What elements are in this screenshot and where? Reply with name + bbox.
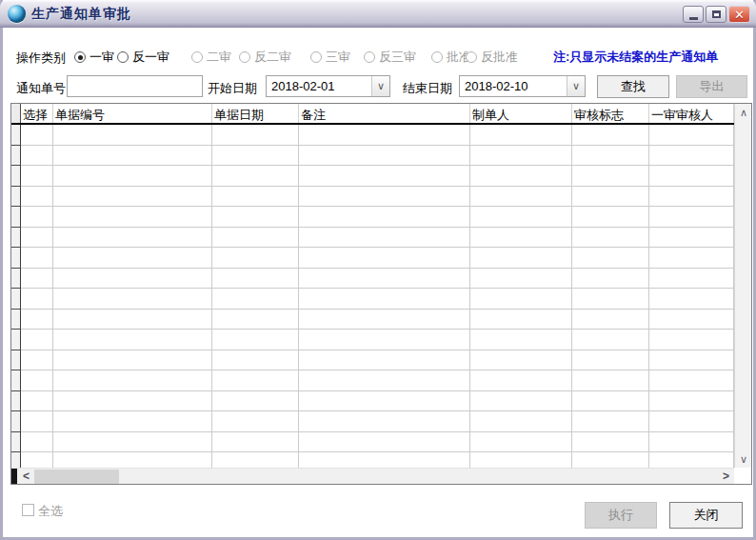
row-header-cell [11, 289, 21, 310]
table-cell [470, 187, 572, 208]
table-body [11, 125, 734, 468]
table-cell [21, 228, 53, 249]
table-row [11, 330, 734, 350]
table-row [11, 269, 734, 290]
table-cell [572, 146, 649, 167]
table-cell [299, 207, 470, 228]
table-cell [299, 228, 470, 249]
vertical-scrollbar[interactable]: ∧ ∨ [734, 104, 751, 468]
table-row [11, 146, 734, 167]
radio-third-audit[interactable]: 三审 [310, 49, 350, 66]
column-header-doc-date[interactable]: 单据日期 [212, 104, 299, 123]
scroll-left-icon[interactable]: < [18, 469, 34, 484]
chevron-down-icon[interactable]: ∨ [371, 76, 389, 96]
table-cell [299, 330, 470, 350]
column-header-creator[interactable]: 制单人 [470, 104, 572, 123]
table-cell [470, 146, 572, 167]
table-cell [649, 207, 734, 228]
radio-anti-approve[interactable]: 反批准 [466, 49, 518, 66]
maximize-button[interactable] [706, 6, 726, 23]
table-cell [21, 269, 53, 290]
column-header-audit-flag[interactable]: 审核标志 [572, 104, 649, 123]
table-cell [470, 330, 572, 350]
horizontal-scroll-thumb[interactable] [34, 470, 119, 484]
column-header-doc-no[interactable]: 单据编号 [53, 104, 212, 123]
table-cell [299, 269, 470, 290]
table-cell [212, 411, 299, 432]
table-cell [212, 187, 299, 208]
table-cell [21, 452, 53, 468]
scroll-up-icon[interactable]: ∧ [735, 104, 752, 121]
row-header-cell [11, 146, 21, 167]
table-cell [649, 452, 734, 468]
notice-no-input[interactable] [67, 75, 203, 97]
table-cell [21, 370, 53, 391]
table-cell [212, 350, 299, 371]
table-cell [299, 248, 470, 269]
row-header-cell [11, 411, 21, 432]
table-cell [470, 269, 572, 290]
radio-second-audit[interactable]: 二审 [191, 49, 231, 66]
radio-anti-second-audit[interactable]: 反二审 [239, 49, 291, 66]
radio-icon [117, 51, 129, 63]
table-row [11, 166, 734, 187]
close-button[interactable]: ✕ [728, 6, 750, 23]
search-button[interactable]: 查找 [597, 75, 669, 98]
app-orb-icon [8, 5, 26, 23]
table-cell [572, 370, 649, 391]
table-cell [53, 166, 212, 187]
column-header-select[interactable]: 选择 [21, 104, 53, 123]
select-all-checkbox[interactable] [22, 504, 34, 516]
radio-first-audit[interactable]: 一审 [74, 49, 114, 66]
column-header-remark[interactable]: 备注 [299, 104, 470, 123]
table-cell [299, 125, 470, 146]
row-header-corner [11, 104, 21, 123]
table-cell [53, 269, 212, 290]
table-row [11, 289, 734, 310]
table-cell [299, 391, 470, 412]
chevron-down-icon[interactable]: ∨ [567, 76, 585, 96]
radio-icon [310, 51, 322, 63]
table-cell [649, 289, 734, 310]
table-cell [299, 166, 470, 187]
row-header-cell [11, 207, 21, 228]
table-cell [299, 146, 470, 167]
execute-button[interactable]: 执行 [585, 502, 657, 529]
scroll-down-icon[interactable]: ∨ [735, 450, 752, 468]
end-date-select[interactable]: 2018-02-10 ∨ [459, 75, 586, 97]
close-icon: ✕ [734, 9, 745, 21]
table-cell [470, 350, 572, 371]
table-cell [470, 125, 572, 146]
row-header-cell [11, 248, 21, 269]
table-cell [212, 289, 299, 310]
radio-anti-third-audit[interactable]: 反三审 [364, 49, 416, 66]
table-cell [572, 187, 649, 208]
table-cell [572, 350, 649, 371]
horizontal-scrollbar[interactable]: < > [11, 468, 734, 484]
close-dialog-button[interactable]: 关闭 [669, 502, 743, 529]
notice-table: 选择 单据编号 单据日期 备注 制单人 审核标志 一审审核人 ∧ ∨ < > [10, 103, 752, 485]
table-cell [470, 411, 572, 432]
table-cell [470, 452, 572, 468]
table-cell [53, 411, 212, 432]
table-cell [21, 248, 53, 269]
export-button[interactable]: 导出 [676, 75, 747, 98]
table-cell [21, 207, 53, 228]
radio-anti-first-audit[interactable]: 反一审 [117, 49, 169, 66]
minimize-button[interactable] [683, 6, 704, 23]
column-header-first-auditor[interactable]: 一审审核人 [649, 104, 734, 123]
table-cell [299, 370, 470, 391]
start-date-select[interactable]: 2018-02-01 ∨ [266, 75, 390, 97]
scroll-right-icon[interactable]: > [718, 469, 734, 484]
table-cell [470, 289, 572, 310]
table-cell [212, 207, 299, 228]
select-all-label: 全选 [38, 503, 63, 520]
table-cell [21, 289, 53, 310]
radio-label: 反批准 [481, 49, 518, 66]
table-cell [572, 452, 649, 468]
table-cell [572, 207, 649, 228]
radio-icon [431, 51, 443, 63]
table-cell [21, 146, 53, 167]
table-row [11, 432, 734, 453]
table-cell [299, 411, 470, 432]
